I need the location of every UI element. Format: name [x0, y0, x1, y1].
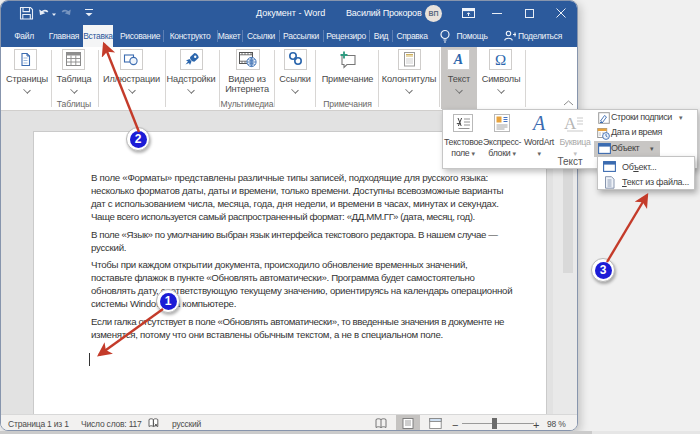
svg-text:Ω: Ω [495, 52, 506, 68]
svg-text:A: A [531, 113, 546, 134]
svg-text:A: A [564, 114, 577, 133]
svg-text:A: A [453, 52, 463, 67]
